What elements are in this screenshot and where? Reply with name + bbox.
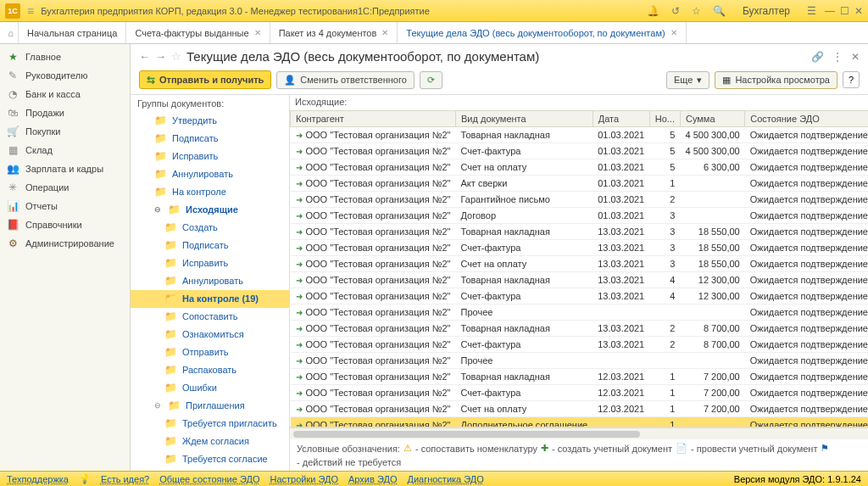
tree-item[interactable]: 📁Ждем согласия <box>131 433 289 450</box>
bell-icon[interactable]: 🔔 <box>647 5 659 17</box>
documents-grid[interactable]: КонтрагентВид документаДатаНо...СуммаСос… <box>290 110 868 427</box>
sidebar-item-4[interactable]: 🛒Покупки <box>0 122 130 141</box>
tab-0[interactable]: Начальная страница <box>19 22 126 43</box>
sidebar-item-6[interactable]: 👥Зарплата и кадры <box>0 159 130 178</box>
table-row[interactable]: ➜ООО "Тестовая организация №2"Товарная н… <box>291 321 869 337</box>
tree-item[interactable]: 📁Отправить <box>131 344 289 361</box>
table-row[interactable]: ➜ООО "Тестовая организация №2"Счет-факту… <box>291 337 869 353</box>
table-row[interactable]: ➜ООО "Тестовая организация №2"Акт сверки… <box>291 176 869 192</box>
user-label[interactable]: Бухгалтер <box>743 5 790 17</box>
sidebar-item-10[interactable]: ⚙Администрирование <box>0 234 130 253</box>
star-icon[interactable]: ☆ <box>692 5 701 17</box>
options-icon[interactable]: ⋮ <box>832 51 843 63</box>
tree-item[interactable]: 📁Аннулировать <box>131 165 289 183</box>
tree-item[interactable]: 📁Исправить <box>131 148 289 165</box>
more-button[interactable]: Еще ▾ <box>666 71 709 89</box>
sidebar-item-9[interactable]: 📕Справочники <box>0 215 130 234</box>
status-link-4[interactable]: Диагностика ЭДО <box>407 474 483 484</box>
expand-icon[interactable]: ⊖ <box>154 399 163 413</box>
tree-item[interactable]: 📁Ознакомиться <box>131 326 289 344</box>
link-icon[interactable]: 🔗 <box>811 51 824 63</box>
user-menu-icon[interactable]: ☰ <box>807 5 816 17</box>
sidebar-item-0[interactable]: ★Главное <box>0 47 130 66</box>
page-close-icon[interactable]: ✕ <box>851 51 860 63</box>
help-button[interactable]: ? <box>843 71 860 88</box>
tab-3[interactable]: Текущие дела ЭДО (весь документооборот, … <box>398 22 686 43</box>
tree-item[interactable]: 📁Исправить <box>131 254 289 272</box>
tree-item[interactable]: 📁На контроле <box>131 183 289 201</box>
status-link-3[interactable]: Архив ЭДО <box>348 474 397 484</box>
table-row[interactable]: ➜ООО "Тестовая организация №2"Товарная н… <box>291 369 869 385</box>
col-header[interactable]: Дата <box>593 111 649 127</box>
table-row[interactable]: ➜ООО "Тестовая организация №2"Счет-факту… <box>291 143 869 159</box>
tree-item[interactable]: ⊖📁Исходящие <box>131 201 289 219</box>
table-row[interactable]: ➜ООО "Тестовая организация №2"Гарантийно… <box>291 192 869 208</box>
col-header[interactable]: Контрагент <box>291 111 456 127</box>
support-link[interactable]: Техподдержка <box>7 474 69 484</box>
status-link-1[interactable]: Общее состояние ЭДО <box>159 474 259 484</box>
table-row[interactable]: ➜ООО "Тестовая организация №2"Товарная н… <box>291 127 869 143</box>
cell: 01.03.2021 <box>593 127 649 143</box>
tree-item[interactable]: 📁Распаковать <box>131 361 289 379</box>
table-row[interactable]: ➜ООО "Тестовая организация №2"Договор01.… <box>291 208 869 224</box>
refresh-button[interactable]: ⟳ <box>420 71 442 89</box>
tree-item[interactable]: ⊖📁Приглашения <box>131 397 289 415</box>
view-settings-button[interactable]: ▦ Настройка просмотра <box>715 71 837 89</box>
table-row[interactable]: ➜ООО "Тестовая организация №2"Товарная н… <box>291 272 869 288</box>
search-icon[interactable]: 🔍 <box>713 5 726 17</box>
sidebar-item-5[interactable]: ▦Склад <box>0 141 130 159</box>
status-link-2[interactable]: Настройки ЭДО <box>270 474 338 484</box>
nav-back-icon[interactable]: ← <box>139 50 150 63</box>
tree-item[interactable]: 📁Создать <box>131 219 289 237</box>
tree-item[interactable]: 📁Ошибки <box>131 379 289 397</box>
sidebar-item-8[interactable]: 📊Отчеты <box>0 197 130 215</box>
col-header[interactable]: Сумма <box>680 111 744 127</box>
home-icon[interactable]: ⌂ <box>3 22 19 43</box>
table-row[interactable]: ➜ООО "Тестовая организация №2"ПрочееОжид… <box>291 304 869 321</box>
tree-item[interactable]: 📁Требуется пригласить <box>131 415 289 433</box>
close-icon[interactable]: ✕ <box>854 5 863 17</box>
table-row[interactable]: ➜ООО "Тестовая организация №2"Счет на оп… <box>291 159 869 176</box>
sidebar-item-7[interactable]: ✳Операции <box>0 178 130 197</box>
tab-close-icon[interactable]: ✕ <box>381 28 388 37</box>
tree-item[interactable]: 📁Утвердить <box>131 112 289 130</box>
cell: ➜ООО "Тестовая организация №2" <box>291 127 456 143</box>
tab-2[interactable]: Пакет из 4 документов✕ <box>270 22 398 43</box>
hamburger-icon[interactable]: ≡ <box>27 4 34 18</box>
col-header[interactable]: Вид документа <box>456 111 593 127</box>
tab-close-icon[interactable]: ✕ <box>670 28 677 37</box>
maximize-icon[interactable]: ☐ <box>840 5 849 17</box>
tree-item[interactable]: 📁Подписать <box>131 130 289 148</box>
sidebar-item-1[interactable]: ✎Руководителю <box>0 66 130 85</box>
table-row[interactable]: ➜ООО "Тестовая организация №2"Товарная н… <box>291 224 869 240</box>
minimize-icon[interactable]: — <box>825 5 835 17</box>
table-row[interactable]: ➜ООО "Тестовая организация №2"Счет-факту… <box>291 385 869 401</box>
expand-icon[interactable]: ⊖ <box>154 203 163 217</box>
change-responsible-button[interactable]: 👤 Сменить ответственного <box>276 71 415 89</box>
sidebar-item-3[interactable]: 🛍Продажи <box>0 103 130 122</box>
tree-item[interactable]: 📁Требуется согласие <box>131 450 289 468</box>
tab-1[interactable]: Счета-фактуры выданные✕ <box>126 22 270 43</box>
sidebar-item-2[interactable]: ◔Банк и касса <box>0 85 130 103</box>
table-row[interactable]: ➜ООО "Тестовая организация №2"Счет на оп… <box>291 256 869 272</box>
table-row[interactable]: ➜ООО "Тестовая организация №2"ПрочееОжид… <box>291 353 869 369</box>
tree-item[interactable]: 📁Ознакомиться <box>131 468 289 471</box>
col-header[interactable]: Состояние ЭДО <box>745 111 868 127</box>
favorite-icon[interactable]: ☆ <box>171 50 181 63</box>
idea-link[interactable]: Есть идея? <box>101 474 149 484</box>
col-header[interactable]: Но... <box>649 111 680 127</box>
tree-item[interactable]: 📁Сопоставить <box>131 308 289 326</box>
table-row[interactable]: ➜ООО "Тестовая организация №2"Счет-факту… <box>291 288 869 304</box>
h-scrollbar[interactable] <box>290 427 868 439</box>
history-icon[interactable]: ↺ <box>671 5 680 17</box>
cell: 4 <box>649 272 680 288</box>
tree-item[interactable]: 📁Подписать <box>131 237 289 254</box>
tree-item[interactable]: 📁Аннулировать <box>131 272 289 290</box>
table-row[interactable]: ➜ООО "Тестовая организация №2"Счет на оп… <box>291 401 869 417</box>
nav-fwd-icon[interactable]: → <box>155 50 166 63</box>
table-row[interactable]: ➜ООО "Тестовая организация №2"Счет-факту… <box>291 240 869 256</box>
table-row[interactable]: ➜ООО "Тестовая организация №2"Дополнител… <box>291 417 869 428</box>
send-receive-button[interactable]: ⇆ Отправить и получить <box>139 70 271 89</box>
tree-item[interactable]: 📁На контроле (19) <box>131 290 289 308</box>
tab-close-icon[interactable]: ✕ <box>254 28 261 37</box>
